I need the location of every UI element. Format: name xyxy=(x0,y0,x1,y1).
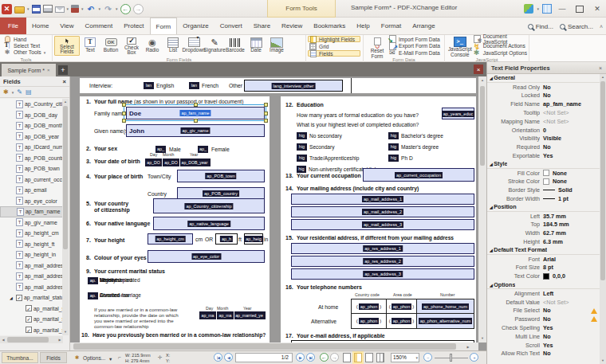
stamp-dropdown-icon[interactable]: ▾ xyxy=(81,6,84,11)
field-list-item[interactable]: ap_marital_statu xyxy=(0,314,63,325)
customize-toolbars-icon[interactable] xyxy=(524,4,533,14)
education-checkbox[interactable]: hig xyxy=(388,155,399,162)
view-toggle-button[interactable]: Grid xyxy=(308,43,360,49)
property-row[interactable]: Tooltip <Not Set> xyxy=(487,108,600,117)
scroll-right-icon[interactable]: ▶ xyxy=(57,337,63,343)
field-list-item[interactable]: ap_IDcard_num xyxy=(0,142,63,153)
field-list-item[interactable]: ap_marital_statu xyxy=(0,325,63,336)
view-toggle-button[interactable]: Highlight Fields xyxy=(308,36,360,42)
open-dropdown-icon[interactable]: ▾ xyxy=(27,6,30,11)
property-row[interactable]: Exportable Yes xyxy=(487,151,600,160)
home-area-code-field[interactable]: (ap_phon) xyxy=(387,299,417,313)
education-checkbox[interactable]: hig xyxy=(388,132,399,139)
close-button[interactable]: ✕ xyxy=(590,2,604,15)
education-option[interactable]: hig Master's degree xyxy=(388,141,474,152)
property-row[interactable]: Width 62.7 mm xyxy=(487,229,600,237)
zoom-level-select[interactable]: 150%▾ xyxy=(391,353,419,362)
property-row[interactable]: Fill Color None xyxy=(487,169,600,178)
form-field-button[interactable]: Radio xyxy=(142,36,163,56)
alt-number-field[interactable]: ap_phon_alternative_num xyxy=(417,314,474,328)
field-list-item[interactable]: ap_current_occupa xyxy=(0,174,63,186)
menu-tab[interactable]: View xyxy=(54,18,79,34)
form-data-button[interactable]: Import Form Data xyxy=(389,36,442,43)
field-list-item[interactable]: ap_mail_address_2 xyxy=(0,271,63,282)
context-menu-tab[interactable]: Arrange xyxy=(407,18,440,34)
menu-tab[interactable]: Home xyxy=(26,18,54,34)
field-properties-icon[interactable]: ▤ xyxy=(26,88,32,96)
form-field-button[interactable]: Date xyxy=(246,36,266,56)
props-scroll-down-icon[interactable]: ▼ xyxy=(600,358,606,364)
undo-icon[interactable]: ↶ xyxy=(86,4,96,14)
height-cm-field[interactable]: ap_height_cm xyxy=(148,233,193,245)
history-forward-icon[interactable]: → xyxy=(133,4,144,14)
zoom-slider-thumb[interactable] xyxy=(450,354,452,362)
stamp-tool-icon[interactable] xyxy=(71,5,79,13)
form-field-button[interactable]: Check Box xyxy=(121,36,142,56)
marital-checkbox[interactable]: ap. xyxy=(88,277,98,284)
field-list-item[interactable]: ap_Country_citizen xyxy=(0,99,63,110)
property-row[interactable]: Style xyxy=(487,160,600,169)
menu-tab[interactable]: Protect xyxy=(118,18,149,34)
form-field-button[interactable]: Barcode xyxy=(225,36,246,56)
menu-tab[interactable]: Comment xyxy=(80,18,119,34)
fields-list-scrollbar[interactable]: ▲ ▼ xyxy=(62,99,69,335)
document-tab[interactable]: Sample Form *× xyxy=(2,64,56,76)
page-layout-icon[interactable] xyxy=(343,353,351,362)
options-button[interactable]: Options... xyxy=(83,355,105,361)
occupation-field[interactable]: ap_current_occupation xyxy=(363,168,474,182)
marital-option[interactable]: ap. Legally separated xyxy=(88,277,140,284)
form-field-button[interactable]: Dropdown xyxy=(183,36,204,56)
view-forward-button[interactable]: → xyxy=(330,353,339,362)
mailing-address-field[interactable]: ap_mail_address_3 xyxy=(291,219,474,230)
field-list-item[interactable]: ap_DOB_month xyxy=(0,120,63,131)
interview-other-field[interactable]: lang_interview_other xyxy=(244,80,343,92)
context-tab-form-tools[interactable]: Form Tools xyxy=(267,0,336,18)
select-text-button[interactable]: TSelect Text xyxy=(2,42,50,49)
property-row[interactable]: Border Width 1 pt xyxy=(487,194,600,203)
property-row[interactable]: Default Text Format xyxy=(487,246,600,255)
search-button[interactable]: Search... xyxy=(560,23,593,30)
alt-country-code-field[interactable]: (ap_phon) xyxy=(352,314,387,328)
property-row[interactable]: Orientation 0 xyxy=(487,126,600,135)
field-list-item[interactable]: ap_marital_statu xyxy=(0,303,63,315)
property-row[interactable]: Scroll Yes xyxy=(487,341,600,350)
properties-close-icon[interactable]: × xyxy=(599,65,602,71)
property-row[interactable]: Font Arial xyxy=(487,255,600,264)
sex-female-checkbox[interactable]: ap_ xyxy=(198,146,208,153)
residential-address-field[interactable]: ap_res_address_2 xyxy=(291,256,474,267)
education-option[interactable]: hig Ph D xyxy=(388,152,474,163)
form-field-button[interactable]: Text xyxy=(80,36,100,56)
property-row[interactable]: General xyxy=(487,74,600,83)
reset-form-button[interactable]: ↺ Reset Form xyxy=(365,36,389,56)
fields-pane-close-icon[interactable]: × xyxy=(63,78,66,85)
selection-outline[interactable] xyxy=(124,104,266,121)
marital-checkbox[interactable]: ap. xyxy=(88,292,98,299)
dob-fields[interactable]: ap_DOap_DOap_DOB_year xyxy=(145,159,211,166)
education-checkbox[interactable]: hig xyxy=(388,143,399,151)
field-list-item[interactable]: ap_giv_name xyxy=(0,217,63,229)
print-icon[interactable] xyxy=(43,5,53,13)
save-icon[interactable] xyxy=(32,5,41,14)
field-list-item[interactable]: ap_POB_country xyxy=(0,153,63,164)
properties-scrollbar[interactable]: ▲ ▼ xyxy=(600,74,606,364)
property-row[interactable]: Check Spelling Yes xyxy=(487,323,600,332)
height-in-field[interactable]: ap_heig xyxy=(244,233,263,245)
years-education-field[interactable]: ap_years_educ xyxy=(442,108,474,119)
context-menu-tab[interactable]: Format xyxy=(376,18,407,34)
minimize-button[interactable]: — xyxy=(555,2,569,15)
zoom-in-button[interactable]: + xyxy=(470,353,478,362)
residential-address-field[interactable]: ap_res_address_3 xyxy=(291,268,474,280)
home-country-code-field[interactable]: (ap_phon) xyxy=(352,299,387,313)
page-layout-icon[interactable] xyxy=(376,353,384,362)
property-row[interactable]: File Select No xyxy=(487,307,600,315)
native-language-field[interactable]: ap_native_language xyxy=(153,217,265,230)
options-gear-icon[interactable]: ✱ xyxy=(75,354,80,361)
page-number-input[interactable]: 1/2 xyxy=(235,353,293,362)
options-dropdown-icon[interactable]: ▾ xyxy=(109,356,112,362)
expander-icon[interactable] xyxy=(10,296,14,300)
history-back-icon[interactable]: ← xyxy=(120,4,131,14)
field-list-item[interactable]: ap_marital_status xyxy=(0,292,63,303)
zoom-out-button[interactable]: − xyxy=(423,353,432,362)
document-vscrollbar[interactable]: ▲ ▼ xyxy=(478,76,486,342)
given-name-field[interactable]: John ap_giv_name xyxy=(126,124,265,137)
